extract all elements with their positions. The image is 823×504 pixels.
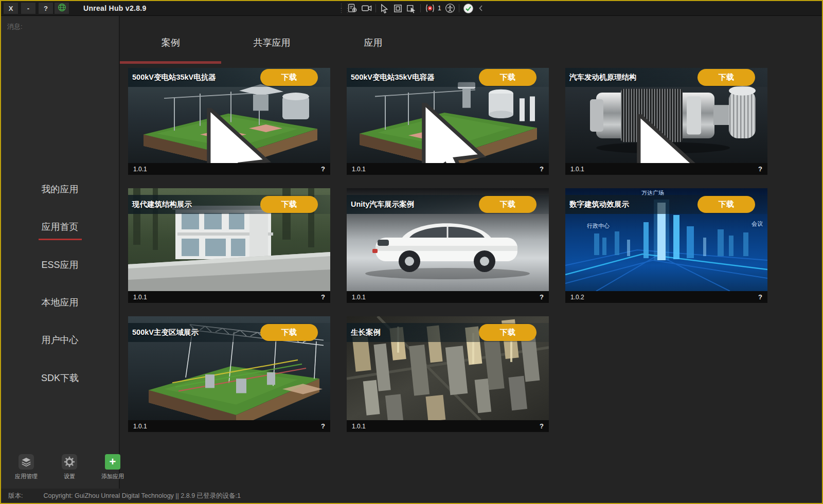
task-list-icon[interactable]: [347, 3, 357, 13]
version-label: 1.0.1: [352, 166, 366, 173]
card-help-button[interactable]: ?: [540, 165, 544, 173]
card-footer: 1.0.1 ?: [347, 420, 549, 432]
card-help-button[interactable]: ?: [321, 293, 325, 301]
close-button[interactable]: X: [4, 3, 18, 14]
globe-icon: [58, 3, 66, 14]
card-header: 现代建筑结构展示 下载: [128, 195, 330, 214]
card-help-button[interactable]: ?: [321, 165, 325, 173]
card-thumbnail-digital-city[interactable]: 万达广场 行政中心 会议 数字建筑动效展示 下载: [565, 188, 767, 291]
download-button[interactable]: 下载: [479, 324, 536, 341]
card-thumbnail-substation-reactor[interactable]: 500kV变电站35kV电抗器 下载: [128, 68, 330, 163]
toolbar-separator: [459, 4, 459, 12]
card-title: 500kV主变区域展示: [132, 328, 199, 337]
download-button[interactable]: 下载: [697, 69, 755, 86]
card-title: 500kV变电站35kV电抗器: [132, 73, 216, 82]
drag-handle-icon[interactable]: ⋮⋮⋮⋮: [338, 4, 344, 13]
card-footer: 1.0.1 ?: [565, 163, 767, 175]
status-version-label: 版本:: [8, 492, 23, 500]
card-header: 数字建筑动效展示 下载: [565, 195, 767, 214]
app-manage-button[interactable]: 应用管理: [10, 454, 42, 480]
card-help-button[interactable]: ?: [321, 422, 325, 430]
card-title: 500kV变电站35kV电容器: [351, 73, 435, 82]
window-select-icon[interactable]: [393, 4, 403, 13]
accessibility-icon[interactable]: [445, 3, 455, 13]
sidebar-item-local-apps[interactable]: 本地应用: [1, 295, 119, 310]
video-capture-icon[interactable]: [361, 3, 372, 13]
sidebar-item-app-home[interactable]: 应用首页: [1, 219, 119, 235]
download-button[interactable]: 下载: [479, 69, 536, 86]
settings-button[interactable]: 设置: [53, 454, 85, 480]
sidebar-item-ess-apps[interactable]: ESS应用: [1, 257, 119, 273]
globe-button[interactable]: [55, 3, 69, 14]
card-footer: 1.0.1 ?: [128, 420, 330, 432]
record-device-icon[interactable]: [424, 3, 436, 13]
cursor-pointer-icon: [354, 103, 549, 163]
app-card[interactable]: 500kV主变区域展示 下载 1.0.1 ?: [128, 316, 330, 432]
card-help-button[interactable]: ?: [540, 422, 544, 430]
card-thumbnail-city-growth[interactable]: 生长案例 下载: [347, 316, 549, 420]
device-count-badge: 1: [438, 5, 441, 12]
check-status-icon[interactable]: [463, 3, 474, 14]
message-label: 消息:: [7, 22, 23, 31]
plus-icon: +: [105, 454, 120, 470]
card-thumbnail-main-transformer[interactable]: 500kV主变区域展示 下载: [128, 316, 330, 420]
title-bar[interactable]: X - ? Unreal Hub v2.8.9 ⋮⋮⋮⋮: [1, 1, 822, 16]
card-title: 现代建筑结构展示: [132, 200, 192, 209]
card-header: 汽车发动机原理结构 下载: [565, 68, 767, 87]
card-header: 500kV变电站35kV电抗器 下载: [128, 68, 330, 87]
download-button[interactable]: 下载: [260, 69, 318, 86]
card-header: 500kV变电站35kV电容器 下载: [347, 68, 549, 87]
settings-label: 设置: [64, 473, 75, 480]
sidebar-item-my-apps[interactable]: 我的应用: [1, 182, 119, 197]
card-footer: 1.0.1 ?: [128, 291, 330, 303]
sidebar-item-sdk-download[interactable]: SDK下载: [1, 370, 119, 386]
sidebar-item-label: 我的应用: [42, 184, 79, 194]
app-card[interactable]: 500kV变电站35kV电抗器 下载 1.0.1 ?: [128, 68, 330, 175]
cursor-icon[interactable]: [380, 4, 389, 13]
scene-label: 会议: [752, 220, 763, 228]
card-thumbnail-modern-building[interactable]: 现代建筑结构展示 下载: [128, 188, 330, 291]
card-help-button[interactable]: ?: [758, 293, 762, 301]
status-bar: 版本: Copyright: GuiZhou Unreal Digital Te…: [1, 489, 822, 503]
tab-apps[interactable]: 应用: [323, 16, 424, 64]
card-header: 生长案例 下载: [347, 323, 549, 342]
card-header: 500kV主变区域展示 下载: [128, 323, 330, 342]
card-title: Unity汽车展示案例: [351, 200, 414, 209]
tab-cases[interactable]: 案例: [120, 16, 221, 64]
card-help-button[interactable]: ?: [540, 293, 544, 301]
sidebar-item-label: 用户中心: [42, 335, 79, 345]
status-copyright: Copyright: GuiZhou Unreal Digital Techno…: [43, 492, 241, 500]
app-card[interactable]: 汽车发动机原理结构 下载 1.0.1 ?: [565, 68, 767, 175]
download-button[interactable]: 下载: [260, 324, 318, 341]
chevron-left-icon[interactable]: [477, 4, 485, 12]
overlay-toolbar: ⋮⋮⋮⋮: [338, 1, 485, 15]
card-help-button[interactable]: ?: [758, 165, 762, 173]
card-thumbnail-substation-capacitor[interactable]: 500kV变电站35kV电容器 下载: [347, 68, 549, 163]
version-label: 1.0.2: [570, 294, 584, 301]
scene-label: 行政中心: [587, 222, 610, 230]
app-card[interactable]: 生长案例 下载 1.0.1 ?: [347, 316, 549, 432]
download-button[interactable]: 下载: [479, 196, 536, 213]
minimize-button[interactable]: -: [21, 3, 35, 14]
version-label: 1.0.1: [352, 423, 366, 430]
app-card[interactable]: Unity汽车展示案例 下载 1.0.1 ?: [347, 188, 549, 303]
sidebar-item-user-center[interactable]: 用户中心: [1, 332, 119, 348]
download-button[interactable]: 下载: [697, 196, 755, 213]
card-thumbnail-engine[interactable]: 汽车发动机原理结构 下载: [565, 68, 767, 163]
app-card[interactable]: 现代建筑结构展示 下载 1.0.1 ?: [128, 188, 330, 303]
add-app-button[interactable]: + 添加应用: [97, 454, 129, 480]
sidebar: 消息: 我的应用 应用首页 ESS应用 本地应用 用户中心 SDK下载: [1, 16, 120, 489]
tab-shared-apps[interactable]: 共享应用: [221, 16, 323, 64]
app-manage-label: 应用管理: [15, 473, 38, 480]
help-button[interactable]: ?: [39, 3, 53, 14]
active-indicator: [39, 239, 82, 240]
content-tabs: 案例 共享应用 应用: [120, 16, 424, 64]
card-thumbnail-unity-car[interactable]: Unity汽车展示案例 下载: [347, 188, 549, 291]
download-button[interactable]: 下载: [260, 196, 318, 213]
version-label: 1.0.1: [133, 166, 147, 173]
card-title: 数字建筑动效展示: [569, 200, 629, 209]
app-card[interactable]: 500kV变电站35kV电容器 下载 1.0.1 ?: [347, 68, 549, 175]
app-card[interactable]: 万达广场 行政中心 会议 数字建筑动效展示 下载 1.0.2 ?: [565, 188, 767, 303]
region-select-icon[interactable]: [406, 4, 417, 13]
card-header: Unity汽车展示案例 下载: [347, 195, 549, 214]
